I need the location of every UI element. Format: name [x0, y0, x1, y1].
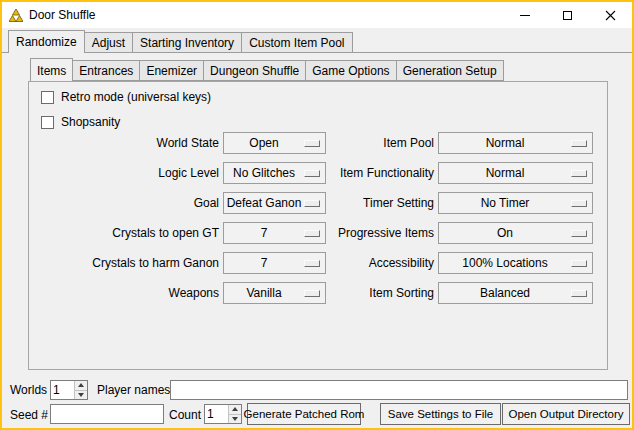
world-state-dropdown[interactable]: Open	[223, 132, 326, 154]
count-spin-arrows	[228, 405, 241, 423]
dropdown-indicator-icon	[571, 230, 587, 237]
worlds-spin-arrows	[74, 381, 87, 399]
option-row: Logic Level No Glitches Item Functionali…	[29, 162, 593, 184]
dropdown-indicator-icon	[571, 290, 587, 297]
minimize-icon	[520, 15, 530, 16]
player-names-input[interactable]	[170, 380, 628, 400]
tab-adjust[interactable]: Adjust	[84, 32, 133, 53]
dropdown-indicator-icon	[304, 200, 320, 207]
door-shuffle-window: Door Shuffle Randomize Adjust Starting I…	[0, 0, 634, 430]
progressive-items-label: Progressive Items	[330, 222, 434, 244]
weapons-label: Weapons	[29, 282, 219, 304]
crystals-open-gt-dropdown[interactable]: 7	[223, 222, 326, 244]
item-pool-dropdown[interactable]: Normal	[438, 132, 593, 154]
dropdown-indicator-icon	[571, 200, 587, 207]
count-input[interactable]	[205, 405, 228, 423]
randomize-tabbar: Items Entrances Enemizer Dungeon Shuffle…	[30, 58, 504, 81]
logic-level-dropdown[interactable]: No Glitches	[223, 162, 326, 184]
world-state-value: Open	[224, 136, 304, 150]
option-row: Goal Defeat Ganon Timer Setting No Timer	[29, 192, 593, 214]
dropdown-indicator-icon	[571, 140, 587, 147]
minimize-button[interactable]	[503, 2, 546, 28]
seed-input[interactable]	[50, 404, 164, 424]
tab-generation-setup[interactable]: Generation Setup	[396, 60, 504, 81]
tab-randomize[interactable]: Randomize	[8, 30, 85, 53]
tab-enemizer[interactable]: Enemizer	[139, 60, 204, 81]
tab-starting-inventory[interactable]: Starting Inventory	[132, 32, 242, 53]
worlds-input[interactable]	[51, 381, 74, 399]
dropdown-indicator-icon	[304, 290, 320, 297]
crystals-harm-ganon-value: 7	[224, 256, 304, 270]
progressive-items-value: On	[439, 226, 571, 240]
item-sorting-label: Item Sorting	[330, 282, 434, 304]
seed-label: Seed #	[10, 404, 48, 426]
item-pool-label: Item Pool	[330, 132, 434, 154]
spin-down-icon	[78, 393, 84, 397]
tab-dungeon-shuffle[interactable]: Dungeon Shuffle	[203, 60, 306, 81]
item-functionality-value: Normal	[439, 166, 571, 180]
dropdown-indicator-icon	[304, 230, 320, 237]
generate-patched-rom-button[interactable]: Generate Patched Rom	[247, 403, 361, 425]
maximize-button[interactable]	[546, 2, 589, 28]
option-row: Crystals to open GT 7 Progressive Items …	[29, 222, 593, 244]
accessibility-label: Accessibility	[330, 252, 434, 274]
item-sorting-dropdown[interactable]: Balanced	[438, 282, 593, 304]
dropdown-indicator-icon	[571, 170, 587, 177]
tab-entrances[interactable]: Entrances	[72, 60, 140, 81]
world-state-label: World State	[29, 132, 219, 154]
retro-mode-checkbox[interactable]	[41, 91, 54, 104]
open-output-directory-button[interactable]: Open Output Directory	[502, 403, 630, 425]
logic-level-value: No Glitches	[224, 166, 304, 180]
save-settings-button[interactable]: Save Settings to File	[380, 403, 501, 425]
option-row: Weapons Vanilla Item Sorting Balanced	[29, 282, 593, 304]
dropdown-indicator-icon	[304, 260, 320, 267]
goal-dropdown[interactable]: Defeat Ganon	[223, 192, 326, 214]
tab-items[interactable]: Items	[30, 58, 73, 82]
worlds-spin-up[interactable]	[75, 381, 87, 390]
tab-custom-item-pool[interactable]: Custom Item Pool	[241, 32, 352, 53]
worlds-label: Worlds	[10, 380, 47, 400]
option-row: Crystals to harm Ganon 7 Accessibility 1…	[29, 252, 593, 274]
item-functionality-label: Item Functionality	[330, 162, 434, 184]
item-sorting-value: Balanced	[439, 286, 571, 300]
tab-game-options[interactable]: Game Options	[305, 60, 396, 81]
timer-setting-dropdown[interactable]: No Timer	[438, 192, 593, 214]
accessibility-value: 100% Locations	[439, 256, 571, 270]
logic-level-label: Logic Level	[29, 162, 219, 184]
crystals-harm-ganon-label: Crystals to harm Ganon	[29, 252, 219, 274]
worlds-spinbox	[50, 380, 88, 400]
weapons-value: Vanilla	[224, 286, 304, 300]
dropdown-indicator-icon	[304, 170, 320, 177]
spin-down-icon	[232, 417, 238, 421]
close-button[interactable]	[589, 2, 632, 28]
option-row: World State Open Item Pool Normal	[29, 132, 593, 154]
shopsanity-label: Shopsanity	[61, 115, 120, 129]
timer-setting-label: Timer Setting	[330, 192, 434, 214]
timer-setting-value: No Timer	[439, 196, 571, 210]
dropdown-indicator-icon	[304, 140, 320, 147]
window-title: Door Shuffle	[29, 8, 96, 22]
accessibility-dropdown[interactable]: 100% Locations	[438, 252, 593, 274]
crystals-harm-ganon-dropdown[interactable]: 7	[223, 252, 326, 274]
progressive-items-dropdown[interactable]: On	[438, 222, 593, 244]
shopsanity-row: Shopsanity	[41, 114, 120, 130]
dropdown-indicator-icon	[571, 260, 587, 267]
goal-label: Goal	[29, 192, 219, 214]
titlebar[interactable]: Door Shuffle	[2, 2, 632, 28]
player-names-label: Player names	[97, 380, 170, 400]
count-spinbox	[204, 404, 242, 424]
goal-value: Defeat Ganon	[224, 196, 304, 210]
item-functionality-dropdown[interactable]: Normal	[438, 162, 593, 184]
shopsanity-checkbox[interactable]	[41, 116, 54, 129]
count-label: Count	[169, 404, 201, 426]
weapons-dropdown[interactable]: Vanilla	[223, 282, 326, 304]
count-spin-down[interactable]	[229, 414, 241, 424]
retro-mode-label: Retro mode (universal keys)	[61, 90, 211, 104]
crystals-open-gt-value: 7	[224, 226, 304, 240]
maximize-icon	[563, 11, 572, 20]
count-spin-up[interactable]	[229, 405, 241, 414]
app-icon	[9, 9, 23, 22]
spin-up-icon	[232, 407, 238, 411]
crystals-open-gt-label: Crystals to open GT	[29, 222, 219, 244]
worlds-spin-down[interactable]	[75, 390, 87, 400]
